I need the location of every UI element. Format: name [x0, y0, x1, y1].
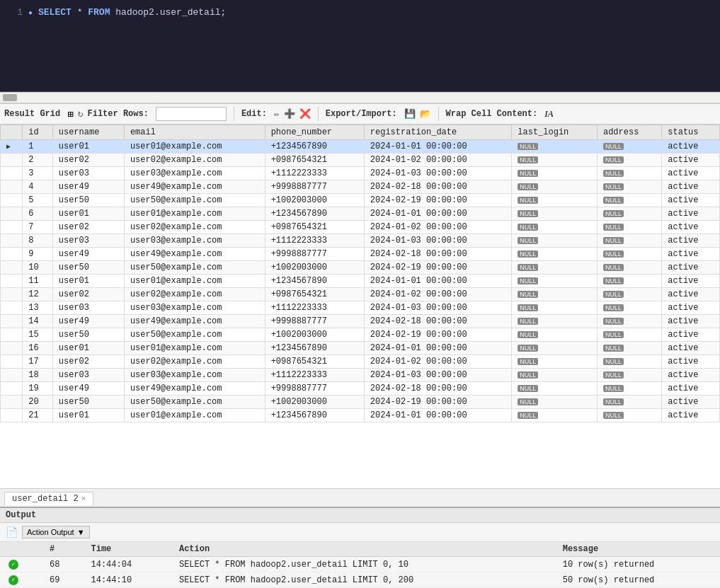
table-row[interactable]: 9user49user49@example.com+99988877772024…: [1, 248, 720, 261]
output-header-row: # Time Action Message: [0, 542, 720, 557]
table-header-row: id username email phone_number registrat…: [1, 125, 720, 140]
table-row[interactable]: 6user01user01@example.com+12345678902024…: [1, 207, 720, 221]
tab-bar: user_detail 2 ×: [0, 488, 720, 507]
out-col-action: Action: [171, 542, 554, 557]
output-time-cell: 14:44:04: [83, 557, 171, 572]
row-indicator: [1, 369, 23, 382]
table-row[interactable]: 12user02user02@example.com+0987654321202…: [1, 288, 720, 301]
col-id[interactable]: id: [23, 125, 53, 140]
delete-row-icon[interactable]: ❌: [299, 108, 311, 120]
row-indicator: [1, 207, 23, 221]
line-dot: ●: [28, 8, 33, 19]
result-toolbar: Result Grid ⊞ ↻ Filter Rows: Edit: ✏️ ➕ …: [0, 103, 720, 125]
table-row[interactable]: 18user03user03@example.com+1112223333202…: [1, 369, 720, 382]
table-row[interactable]: 20user50user50@example.com+1002003000202…: [1, 396, 720, 409]
wrap-icon[interactable]: IA: [544, 108, 553, 120]
table-row[interactable]: 19user49user49@example.com+9998887777202…: [1, 382, 720, 396]
kw-from: FROM: [88, 7, 110, 18]
row-indicator: [1, 221, 23, 234]
sql-line-1: 1 ● SELECT * FROM hadoop2.user_detail;: [8, 6, 712, 21]
col-phone[interactable]: phone_number: [265, 125, 364, 140]
table-row[interactable]: 17user02user02@example.com+0987654321202…: [1, 355, 720, 369]
output-status-cell: ✓: [0, 572, 41, 588]
export-import-label: Export/Import:: [326, 109, 397, 119]
output-header: Output: [0, 508, 720, 523]
dropdown-arrow: ▼: [77, 528, 85, 536]
table-row[interactable]: 15user50user50@example.com+1002003000202…: [1, 328, 720, 342]
export-icon[interactable]: 💾: [404, 108, 416, 120]
output-row[interactable]: ✓6914:44:10SELECT * FROM hadoop2.user_de…: [0, 572, 720, 588]
action-output-label: Action Output: [27, 528, 74, 536]
action-output-btn[interactable]: Action Output ▼: [22, 526, 90, 538]
kw-select: SELECT: [38, 7, 72, 18]
grid-icon[interactable]: ⊞: [67, 108, 73, 120]
data-table-wrapper[interactable]: id username email phone_number registrat…: [0, 125, 720, 488]
row-indicator: [1, 328, 23, 342]
col-username[interactable]: username: [52, 125, 124, 140]
output-message-cell: 50 row(s) returned: [554, 572, 720, 588]
output-action-cell: SELECT * FROM hadoop2.user_detail LIMIT …: [171, 572, 554, 588]
row-indicator: [1, 355, 23, 369]
table-row[interactable]: 10user50user50@example.com+1002003000202…: [1, 261, 720, 275]
line-number: 1: [8, 6, 23, 21]
filter-input[interactable]: [156, 107, 227, 121]
table-row[interactable]: 4user49user49@example.com+99988877772024…: [1, 180, 720, 194]
edit-icon[interactable]: ✏️: [274, 108, 280, 120]
table-row[interactable]: 21user01user01@example.com+1234567890202…: [1, 409, 720, 422]
col-status[interactable]: status: [662, 125, 720, 140]
row-indicator: [1, 261, 23, 275]
row-indicator: [1, 315, 23, 328]
divider-1: [234, 107, 234, 121]
table-row[interactable]: 2user02user02@example.com+09876543212024…: [1, 154, 720, 167]
row-indicator: [1, 288, 23, 301]
output-table: # Time Action Message ✓6814:44:04SELECT …: [0, 542, 720, 588]
import-icon[interactable]: 📂: [420, 108, 431, 120]
table-row[interactable]: 13user03user03@example.com+1112223333202…: [1, 301, 720, 315]
output-time-cell: 14:44:10: [83, 572, 171, 588]
output-row[interactable]: ✓6814:44:04SELECT * FROM hadoop2.user_de…: [0, 557, 720, 572]
col-last-login[interactable]: last_login: [512, 125, 598, 140]
row-indicator: [1, 382, 23, 396]
row-indicator: [1, 396, 23, 409]
result-grid-label: Result Grid: [4, 109, 60, 119]
table-row[interactable]: 7user02user02@example.com+09876543212024…: [1, 221, 720, 234]
tab-close-btn[interactable]: ×: [81, 495, 86, 503]
filter-rows-label: Filter Rows:: [87, 109, 148, 119]
out-col-message: Message: [554, 542, 720, 557]
output-toolbar: 📄 Action Output ▼: [0, 523, 720, 542]
table-row[interactable]: 5user50user50@example.com+10020030002024…: [1, 194, 720, 207]
refresh-icon[interactable]: ↻: [78, 108, 84, 120]
table-row[interactable]: ▶1user01user01@example.com+1234567890202…: [1, 140, 720, 154]
row-indicator: [1, 194, 23, 207]
row-indicator: [1, 154, 23, 167]
row-indicator: [1, 248, 23, 261]
table-row[interactable]: 14user49user49@example.com+9998887777202…: [1, 315, 720, 328]
table-row[interactable]: 16user01user01@example.com+1234567890202…: [1, 342, 720, 355]
output-action-cell: SELECT * FROM hadoop2.user_detail LIMIT …: [171, 557, 554, 572]
scrollbar-thumb[interactable]: [3, 94, 17, 101]
divider-2: [318, 107, 319, 121]
row-indicator: [1, 180, 23, 194]
table-row[interactable]: 3user03user03@example.com+11122233332024…: [1, 167, 720, 180]
col-reg-date[interactable]: registration_date: [364, 125, 512, 140]
col-address[interactable]: address: [597, 125, 661, 140]
col-email[interactable]: email: [124, 125, 265, 140]
table-row[interactable]: 8user03user03@example.com+11122233332024…: [1, 234, 720, 248]
output-panel: Output 📄 Action Output ▼ # Time Action M…: [0, 507, 720, 588]
output-page-icon: 📄: [6, 526, 18, 538]
sql-editor[interactable]: 1 ● SELECT * FROM hadoop2.user_detail;: [0, 0, 720, 92]
table-row[interactable]: 11user01user01@example.com+1234567890202…: [1, 275, 720, 288]
row-indicator: [1, 234, 23, 248]
row-indicator: [1, 409, 23, 422]
horizontal-scrollbar[interactable]: [0, 92, 720, 103]
divider-3: [438, 107, 439, 121]
row-indicator: [1, 275, 23, 288]
row-indicator: [1, 167, 23, 180]
status-ok-icon: ✓: [8, 560, 18, 570]
data-table: id username email phone_number registrat…: [0, 125, 720, 422]
add-row-icon[interactable]: ➕: [284, 108, 295, 120]
result-area: Result Grid ⊞ ↻ Filter Rows: Edit: ✏️ ➕ …: [0, 103, 720, 488]
output-message-cell: 10 row(s) returned: [554, 557, 720, 572]
out-col-status: [0, 542, 41, 557]
tab-user-detail[interactable]: user_detail 2 ×: [4, 492, 93, 505]
